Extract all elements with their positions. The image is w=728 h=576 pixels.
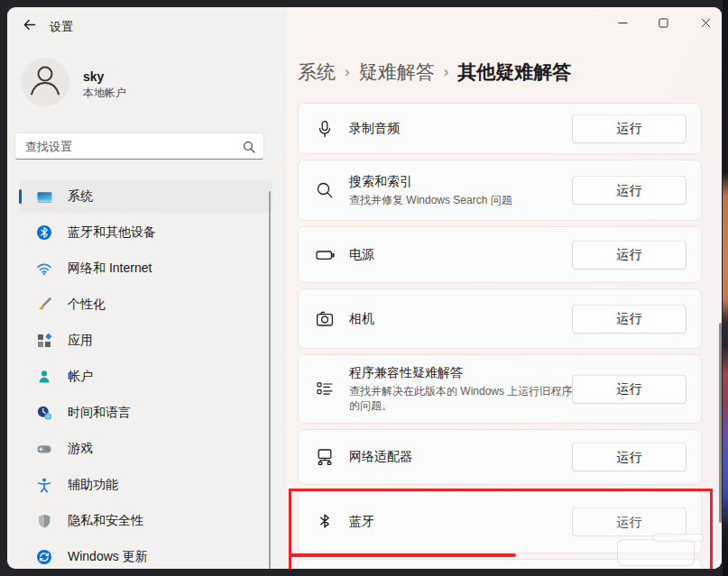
titlebar: 设置 [7, 7, 722, 43]
row-subtitle: 查找并修复 Windows Search 问题 [349, 193, 576, 207]
sidebar-item-label: 网络和 Internet [68, 261, 152, 277]
search-row-icon [315, 180, 336, 200]
row-text: 相机 [349, 311, 576, 327]
maximize-button[interactable] [644, 9, 682, 38]
selection-indicator [19, 550, 22, 564]
row-text: 蓝牙 [349, 514, 576, 530]
desktop: { "window": { "title": "设置" }, "user": {… [0, 0, 728, 576]
sidebar-nav: 系统蓝牙和其他设备网络和 Internet个性化应用帐户时间和语言游戏辅助功能隐… [19, 180, 272, 569]
breadcrumb-link[interactable]: 系统 [298, 59, 336, 85]
sidebar-item-accounts[interactable]: 帐户 [19, 361, 272, 393]
sidebar-item-apps[interactable]: 应用 [19, 325, 272, 357]
minimize-icon [618, 17, 628, 31]
gaming-icon [36, 441, 53, 458]
selection-indicator [19, 297, 22, 312]
person-icon [21, 56, 69, 108]
row-subtitle: 查找并解决在此版本的 Windows 上运行旧程序的问题。 [349, 384, 576, 413]
back-arrow-icon [22, 17, 37, 35]
sidebar-item-label: 隐私和安全性 [68, 513, 143, 529]
sidebar-item-label: 辅助功能 [68, 477, 118, 493]
network-adapter-icon [315, 447, 336, 467]
troubleshooter-row: 程序兼容性疑难解答查找并解决在此版本的 Windows 上运行旧程序的问题。运行 [298, 354, 702, 424]
sidebar-item-time-language[interactable]: 时间和语言 [19, 397, 272, 429]
sidebar-item-accessibility[interactable]: 辅助功能 [19, 469, 272, 501]
bluetooth-icon [36, 224, 53, 242]
battery-icon [315, 245, 336, 265]
selection-indicator [19, 514, 22, 528]
personalization-icon [36, 297, 53, 314]
row-title: 录制音频 [349, 121, 576, 137]
row-title: 网络适配器 [349, 449, 576, 465]
troubleshooter-row: 相机运行 [298, 288, 702, 349]
sidebar-item-label: 个性化 [68, 297, 106, 313]
sidebar-item-network[interactable]: 网络和 Internet [19, 252, 272, 285]
sidebar-item-gaming[interactable]: 游戏 [19, 433, 272, 465]
sidebar-item-label: 游戏 [68, 441, 93, 457]
row-text: 电源 [349, 247, 576, 263]
search-box [14, 133, 264, 160]
desktop-wallpaper-sliver [723, 0, 728, 576]
sidebar-item-label: 系统 [68, 188, 93, 205]
settings-window: 设置 sky 本地帐户 系统蓝牙和其他设备网络和 Inter [7, 7, 722, 569]
minimize-button[interactable] [604, 9, 641, 38]
back-button[interactable] [16, 14, 41, 38]
row-text: 网络适配器 [349, 449, 576, 465]
sidebar-item-windows-update[interactable]: Windows 更新 [19, 541, 272, 569]
bluetooth-run-icon [315, 512, 336, 532]
troubleshooter-row: 网络适配器运行 [298, 429, 702, 485]
troubleshooter-row: 搜索和索引查找并修复 Windows Search 问题运行 [298, 160, 702, 221]
breadcrumb-link[interactable]: 疑难解答 [359, 59, 435, 85]
breadcrumb-separator-icon: › [345, 63, 350, 81]
sidebar-item-personalization[interactable]: 个性化 [19, 288, 272, 321]
sidebar-item-label: 应用 [68, 333, 93, 349]
row-title: 搜索和索引 [349, 174, 576, 190]
privacy-icon [36, 513, 53, 530]
time-language-icon [36, 405, 53, 422]
troubleshooter-list: 录制音频运行搜索和索引查找并修复 Windows Search 问题运行电源运行… [298, 103, 702, 569]
troubleshooter-row: 电源运行 [298, 226, 702, 283]
run-button[interactable]: 运行 [572, 114, 687, 143]
row-text: 录制音频 [349, 121, 576, 137]
selection-indicator [19, 334, 22, 348]
run-button[interactable]: 运行 [572, 176, 687, 206]
sidebar-item-label: 时间和语言 [68, 405, 131, 421]
row-text: 程序兼容性疑难解答查找并解决在此版本的 Windows 上运行旧程序的问题。 [349, 365, 576, 413]
content-scrollbar[interactable] [719, 323, 722, 523]
run-button[interactable]: 运行 [572, 443, 687, 472]
run-button[interactable]: 运行 [572, 304, 687, 334]
run-button[interactable]: 运行 [572, 507, 687, 537]
sidebar-scrollbar[interactable] [269, 191, 271, 569]
close-icon [701, 17, 711, 31]
account-card[interactable]: sky 本地帐户 [21, 58, 273, 108]
row-text: 搜索和索引查找并修复 Windows Search 问题 [349, 174, 576, 207]
search-icon [243, 141, 255, 157]
search-input[interactable] [15, 133, 263, 159]
selection-indicator [19, 478, 22, 492]
selection-indicator [19, 225, 22, 240]
windows-update-icon [36, 549, 53, 566]
row-title: 电源 [349, 247, 576, 263]
accounts-icon [36, 369, 53, 386]
sidebar-item-privacy[interactable]: 隐私和安全性 [19, 505, 272, 537]
breadcrumb-current: 其他疑难解答 [457, 59, 571, 85]
run-button[interactable]: 运行 [572, 240, 687, 270]
breadcrumb: 系统›疑难解答›其他疑难解答 [298, 58, 704, 87]
run-button[interactable]: 运行 [572, 374, 687, 404]
camera-icon [315, 309, 336, 329]
system-icon [36, 188, 53, 206]
close-button[interactable] [687, 9, 722, 38]
apps-icon [36, 333, 53, 350]
sidebar-item-bluetooth[interactable]: 蓝牙和其他设备 [19, 216, 272, 249]
sidebar: sky 本地帐户 系统蓝牙和其他设备网络和 Internet个性化应用帐户时间和… [7, 43, 287, 569]
sidebar-item-label: 帐户 [68, 369, 93, 385]
accessibility-icon [36, 477, 53, 494]
sidebar-item-system[interactable]: 系统 [19, 180, 272, 213]
troubleshooter-row: 录制音频运行 [298, 103, 702, 154]
selection-indicator [19, 406, 22, 420]
overlay-artifact [653, 534, 704, 542]
network-icon [36, 261, 53, 278]
avatar [21, 58, 69, 106]
row-title: 蓝牙 [349, 514, 576, 530]
overlay-artifact [617, 539, 695, 566]
maximize-icon [659, 17, 668, 31]
